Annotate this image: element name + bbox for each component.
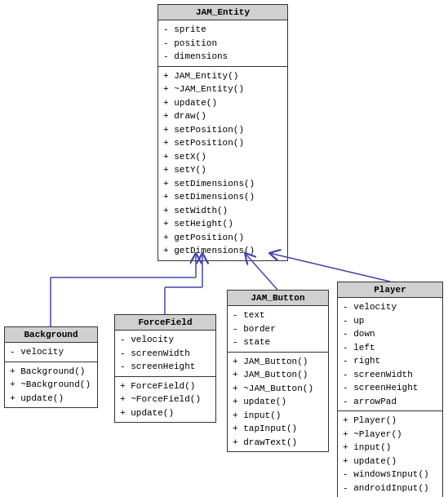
player-methods: + Player() + ~Player() + input() + updat… bbox=[338, 411, 442, 497]
background-box: Background - velocity + Background() + ~… bbox=[4, 326, 98, 408]
jam-entity-methods: + JAM_Entity() + ~JAM_Entity() + update(… bbox=[158, 67, 287, 260]
diagram: JAM_Entity - sprite - position - dimensi… bbox=[0, 0, 448, 497]
jam-entity-title: JAM_Entity bbox=[158, 5, 287, 20]
forcefield-methods: + ForceField() + ~ForceField() + update(… bbox=[115, 377, 215, 423]
attr-1: - sprite bbox=[163, 23, 282, 37]
player-attributes: - velocity - up - down - left - right - … bbox=[338, 298, 442, 411]
background-attributes: - velocity bbox=[5, 343, 97, 362]
player-title: Player bbox=[338, 282, 442, 298]
jam-button-attributes: - text - border - state bbox=[228, 306, 328, 353]
player-box: Player - velocity - up - down - left - r… bbox=[337, 282, 443, 497]
attr-3: - dimensions bbox=[163, 50, 282, 64]
jam-button-methods: + JAM_Button() + JAM_Button() + ~JAM_But… bbox=[228, 353, 328, 452]
background-title: Background bbox=[5, 327, 97, 343]
forcefield-box: ForceField - velocity - screenWidth - sc… bbox=[114, 314, 216, 423]
jam-button-box: JAM_Button - text - border - state + JAM… bbox=[227, 290, 329, 452]
jam-button-title: JAM_Button bbox=[228, 291, 328, 306]
background-methods: + Background() + ~Background() + update(… bbox=[5, 362, 97, 408]
forcefield-attributes: - velocity - screenWidth - screenHeight bbox=[115, 331, 215, 377]
forcefield-title: ForceField bbox=[115, 315, 215, 331]
jam-entity-box: JAM_Entity - sprite - position - dimensi… bbox=[157, 4, 288, 261]
attr-2: - position bbox=[163, 37, 282, 51]
jam-entity-attributes: - sprite - position - dimensions bbox=[158, 20, 287, 67]
